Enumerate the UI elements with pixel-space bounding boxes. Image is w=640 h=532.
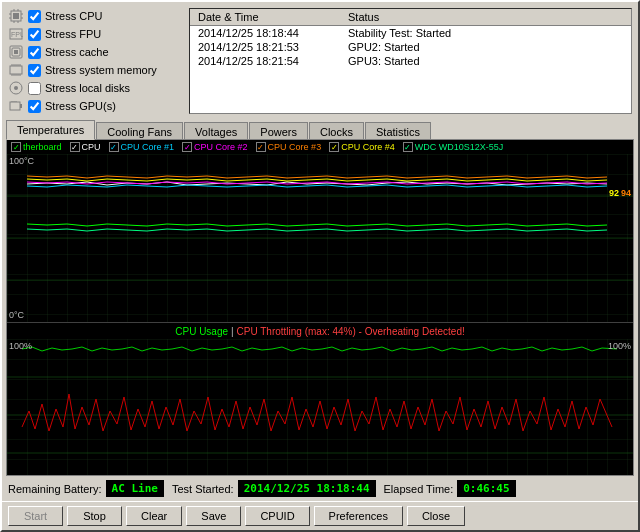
chart-legend: ✓ therboard ✓ CPU ✓ CPU Core #1 ✓ CPU Co… bbox=[7, 140, 633, 154]
svg-rect-15 bbox=[10, 66, 22, 74]
fpu-icon: FPU bbox=[8, 26, 24, 42]
cpu-chart-svg bbox=[7, 339, 633, 475]
tab-bar: Temperatures Cooling Fans Voltages Power… bbox=[6, 120, 634, 140]
test-started-label: Test Started: bbox=[172, 483, 234, 495]
svg-point-27 bbox=[14, 86, 18, 90]
tab-temperatures[interactable]: Temperatures bbox=[6, 120, 95, 140]
cache-icon bbox=[8, 44, 24, 60]
log-datetime-2: 2014/12/25 18:21:53 bbox=[194, 41, 344, 53]
cpuid-button[interactable]: CPUID bbox=[245, 506, 309, 526]
main-window: Stress CPU FPU Stress FPU Stress cache bbox=[0, 0, 640, 532]
stress-disks-checkbox[interactable] bbox=[28, 82, 41, 95]
log-row: 2014/12/25 18:21:53 GPU2: Started bbox=[190, 40, 631, 54]
elapsed-time-status: Elapsed Time: 0:46:45 bbox=[384, 480, 516, 497]
stress-memory-label: Stress system memory bbox=[45, 64, 157, 76]
legend-cpu: ✓ CPU bbox=[70, 142, 101, 152]
stress-disks-label: Stress local disks bbox=[45, 82, 130, 94]
svg-text:FPU: FPU bbox=[11, 31, 23, 38]
log-header-status: Status bbox=[344, 10, 383, 24]
disk-icon bbox=[8, 80, 24, 96]
battery-label: Remaining Battery: bbox=[8, 483, 102, 495]
legend-cpu-core1: ✓ CPU Core #1 bbox=[109, 142, 175, 152]
stress-item-fpu: FPU Stress FPU bbox=[8, 26, 183, 42]
clear-button[interactable]: Clear bbox=[126, 506, 182, 526]
stress-item-cache: Stress cache bbox=[8, 44, 183, 60]
temp-val1: 94 bbox=[621, 188, 631, 198]
temp-chart-canvas: 100°C 0°C 94 92 bbox=[7, 154, 633, 322]
svg-rect-29 bbox=[20, 104, 22, 108]
elapsed-value: 0:46:45 bbox=[457, 480, 515, 497]
stress-gpu-checkbox[interactable] bbox=[28, 100, 41, 113]
log-row: 2014/12/25 18:18:44 Stability Test: Star… bbox=[190, 26, 631, 40]
log-status-3: GPU3: Started bbox=[344, 55, 424, 67]
svg-rect-1 bbox=[13, 13, 19, 19]
tabs-panel: Temperatures Cooling Fans Voltages Power… bbox=[2, 120, 638, 139]
gpu-icon bbox=[8, 98, 24, 114]
stress-options: Stress CPU FPU Stress FPU Stress cache bbox=[8, 8, 183, 114]
log-datetime-1: 2014/12/25 18:18:44 bbox=[194, 27, 344, 39]
temp-val2: 92 bbox=[609, 188, 619, 198]
temp-chart: ✓ therboard ✓ CPU ✓ CPU Core #1 ✓ CPU Co… bbox=[7, 140, 633, 323]
log-panel: Date & Time Status 2014/12/25 18:18:44 S… bbox=[189, 8, 632, 114]
battery-status: Remaining Battery: AC Line bbox=[8, 480, 164, 497]
legend-cpu-core4: ✓ CPU Core #4 bbox=[329, 142, 395, 152]
stress-cpu-checkbox[interactable] bbox=[28, 10, 41, 23]
legend-cpu-core3: ✓ CPU Core #3 bbox=[256, 142, 322, 152]
stress-fpu-checkbox[interactable] bbox=[28, 28, 41, 41]
toolbar: Start Stop Clear Save CPUID Preferences … bbox=[2, 501, 638, 530]
close-button[interactable]: Close bbox=[407, 506, 465, 526]
preferences-button[interactable]: Preferences bbox=[314, 506, 403, 526]
cpu-chart-canvas: 100% 0% 100% 12% bbox=[7, 339, 633, 475]
test-started-value: 2014/12/25 18:18:44 bbox=[238, 480, 376, 497]
charts-area: ✓ therboard ✓ CPU ✓ CPU Core #1 ✓ CPU Co… bbox=[6, 139, 634, 476]
stress-item-gpu: Stress GPU(s) bbox=[8, 98, 183, 114]
log-status-2: GPU2: Started bbox=[344, 41, 424, 53]
stress-item-disks: Stress local disks bbox=[8, 80, 183, 96]
stop-button[interactable]: Stop bbox=[67, 506, 122, 526]
cpu-y-max-right: 100% bbox=[608, 341, 631, 351]
battery-value: AC Line bbox=[106, 480, 164, 497]
stress-fpu-label: Stress FPU bbox=[45, 28, 101, 40]
stress-cpu-label: Stress CPU bbox=[45, 10, 102, 22]
legend-wdc: ✓ WDC WD10S12X-55J bbox=[403, 142, 504, 152]
cpu-chart-title: CPU Usage | CPU Throttling (max: 44%) - … bbox=[7, 323, 633, 339]
svg-rect-14 bbox=[14, 50, 18, 54]
start-button[interactable]: Start bbox=[8, 506, 63, 526]
log-status-1: Stability Test: Started bbox=[344, 27, 455, 39]
log-header-datetime: Date & Time bbox=[194, 10, 344, 24]
svg-rect-37 bbox=[7, 339, 633, 475]
cpu-y-max-left: 100% bbox=[9, 341, 32, 351]
log-header: Date & Time Status bbox=[190, 9, 631, 26]
cpu-chart: CPU Usage | CPU Throttling (max: 44%) - … bbox=[7, 323, 633, 475]
stress-item-memory: Stress system memory bbox=[8, 62, 183, 78]
svg-rect-28 bbox=[10, 102, 20, 110]
stress-memory-checkbox[interactable] bbox=[28, 64, 41, 77]
temp-y-max: 100°C bbox=[9, 156, 34, 166]
temp-y-min: 0°C bbox=[9, 310, 24, 320]
save-button[interactable]: Save bbox=[186, 506, 241, 526]
log-row: 2014/12/25 18:21:54 GPU3: Started bbox=[190, 54, 631, 68]
elapsed-label: Elapsed Time: bbox=[384, 483, 454, 495]
status-bar: Remaining Battery: AC Line Test Started:… bbox=[2, 476, 638, 501]
log-body[interactable]: 2014/12/25 18:18:44 Stability Test: Star… bbox=[190, 26, 631, 113]
top-panel: Stress CPU FPU Stress FPU Stress cache bbox=[2, 2, 638, 120]
stress-gpu-label: Stress GPU(s) bbox=[45, 100, 116, 112]
test-started-status: Test Started: 2014/12/25 18:18:44 bbox=[172, 480, 376, 497]
stress-cache-checkbox[interactable] bbox=[28, 46, 41, 59]
memory-icon bbox=[8, 62, 24, 78]
legend-motherboard: ✓ therboard bbox=[11, 142, 62, 152]
legend-cpu-core2: ✓ CPU Core #2 bbox=[182, 142, 248, 152]
cpu-icon bbox=[8, 8, 24, 24]
temp-chart-svg bbox=[7, 154, 633, 322]
log-datetime-3: 2014/12/25 18:21:54 bbox=[194, 55, 344, 67]
stress-cache-label: Stress cache bbox=[45, 46, 109, 58]
stress-item-cpu: Stress CPU bbox=[8, 8, 183, 24]
